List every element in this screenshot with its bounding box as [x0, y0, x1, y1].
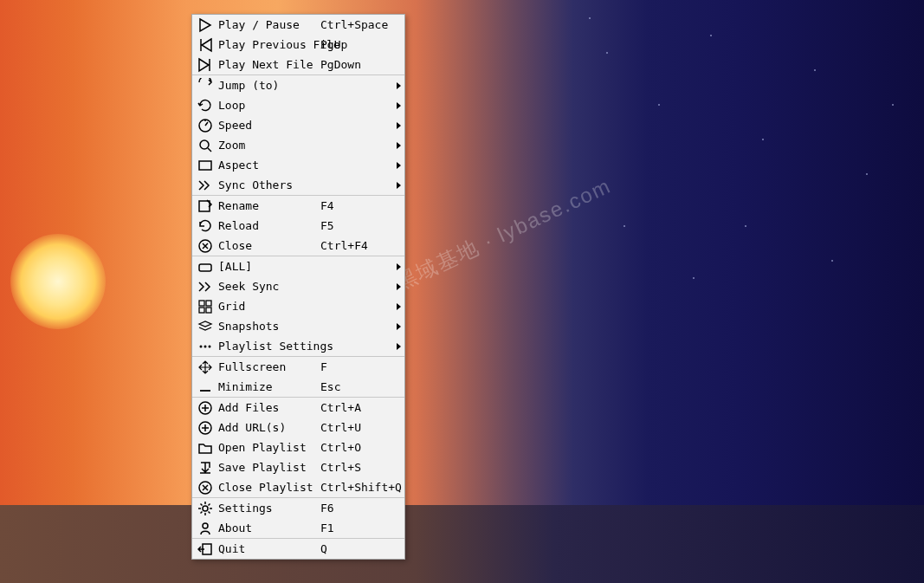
- menu-item-shortcut: Q: [320, 542, 399, 555]
- menu-item-save-playlist[interactable]: Save PlaylistCtrl+S: [192, 457, 404, 477]
- quit-icon: [196, 540, 215, 559]
- menu-item-label: Loop: [215, 99, 320, 112]
- menu-item-shortcut: Ctrl+S: [320, 461, 399, 474]
- menu-item-sync-others[interactable]: Sync Others: [192, 175, 404, 195]
- menu-item-close[interactable]: CloseCtrl+F4: [192, 236, 404, 256]
- menu-item-label: Sync Others: [215, 178, 320, 191]
- menu-item-add-files[interactable]: Add FilesCtrl+A: [192, 398, 404, 418]
- menu-item-shortcut: Ctrl+A: [320, 401, 399, 414]
- menu-item-label: Seek Sync: [215, 280, 320, 293]
- menu-item-fullscreen[interactable]: FullscreenF: [192, 357, 404, 377]
- submenu-arrow-icon: [397, 102, 401, 109]
- context-menu[interactable]: Play / PauseCtrl+SpacePlay Previous File…: [191, 14, 405, 560]
- menu-item-label: Play Previous File: [215, 38, 320, 51]
- close-playlist-icon: [196, 478, 215, 497]
- menu-item-label: Snapshots: [215, 320, 320, 333]
- menu-item-label: Grid: [215, 300, 320, 313]
- menu-item-loop[interactable]: Loop: [192, 95, 404, 115]
- speed-icon: [196, 116, 215, 135]
- menu-item-zoom[interactable]: Zoom: [192, 135, 404, 155]
- menu-item-close-playlist[interactable]: Close PlaylistCtrl+Shift+Q: [192, 477, 404, 497]
- menu-item-about[interactable]: AboutF1: [192, 518, 404, 538]
- submenu-arrow-icon: [397, 162, 401, 169]
- submenu-arrow-icon: [397, 303, 401, 310]
- menu-item-shortcut: Esc: [320, 380, 399, 393]
- stars-graphic: [0, 0, 924, 583]
- menu-item-label: About: [215, 521, 320, 534]
- menu-item-shortcut: Ctrl+O: [320, 441, 399, 454]
- submenu-arrow-icon: [397, 263, 401, 270]
- submenu-arrow-icon: [397, 82, 401, 89]
- about-icon: [196, 519, 215, 538]
- menu-item-label: Quit: [215, 542, 320, 555]
- menu-item-label: Play Next File: [215, 58, 320, 71]
- close-circle-icon: [196, 236, 215, 256]
- playlist-settings-icon: [196, 337, 215, 356]
- menu-item-shortcut: Ctrl+F4: [320, 239, 399, 252]
- reload-icon: [196, 217, 215, 236]
- zoom-icon: [196, 136, 215, 155]
- seek-sync-icon: [196, 277, 215, 296]
- menu-item-play-next-file[interactable]: Play Next FilePgDown: [192, 55, 404, 74]
- menu-item-shortcut: PgUp: [320, 38, 399, 51]
- menu-item-reload[interactable]: ReloadF5: [192, 216, 404, 236]
- menu-item-shortcut: F6: [320, 502, 399, 515]
- add-files-icon: [196, 398, 215, 418]
- menu-item-label: Save Playlist: [215, 461, 320, 474]
- menu-item-label: Playlist Settings: [215, 340, 320, 353]
- jump-icon: [196, 76, 215, 95]
- menu-item-snapshots[interactable]: Snapshots: [192, 316, 404, 336]
- menu-item-label: Zoom: [215, 139, 320, 152]
- menu-item-label: Rename: [215, 199, 320, 212]
- menu-item-shortcut: Ctrl+Space: [320, 18, 399, 31]
- menu-item-all[interactable]: [ALL]: [192, 256, 404, 276]
- menu-item-play-pause[interactable]: Play / PauseCtrl+Space: [192, 15, 404, 35]
- menu-item-add-url-s[interactable]: Add URL(s)Ctrl+U: [192, 418, 404, 437]
- open-playlist-icon: [196, 438, 215, 457]
- menu-item-label: Fullscreen: [215, 360, 320, 373]
- menu-item-settings[interactable]: SettingsF6: [192, 498, 404, 518]
- menu-item-label: Reload: [215, 219, 320, 232]
- menu-item-shortcut: Ctrl+Shift+Q: [320, 481, 402, 494]
- submenu-arrow-icon: [397, 142, 401, 149]
- menu-item-label: Settings: [215, 502, 320, 515]
- menu-item-seek-sync[interactable]: Seek Sync: [192, 276, 404, 296]
- menu-item-label: Jump (to): [215, 79, 320, 92]
- menu-item-aspect[interactable]: Aspect: [192, 155, 404, 175]
- submenu-arrow-icon: [397, 182, 401, 189]
- menu-item-label: Aspect: [215, 159, 320, 172]
- submenu-arrow-icon: [397, 343, 401, 350]
- submenu-arrow-icon: [397, 323, 401, 330]
- menu-item-play-previous-file[interactable]: Play Previous FilePgUp: [192, 35, 404, 55]
- menu-item-label: Speed: [215, 119, 320, 132]
- rename-icon: [196, 197, 215, 216]
- menu-item-shortcut: F5: [320, 219, 399, 232]
- menu-item-label: Add Files: [215, 401, 320, 414]
- aspect-icon: [196, 156, 215, 175]
- minimize-icon: [196, 378, 215, 397]
- menu-item-playlist-settings[interactable]: Playlist Settings: [192, 336, 404, 356]
- menu-item-minimize[interactable]: MinimizeEsc: [192, 377, 404, 397]
- menu-item-speed[interactable]: Speed: [192, 115, 404, 135]
- menu-item-label: Close Playlist: [215, 481, 320, 494]
- menu-item-shortcut: F4: [320, 199, 399, 212]
- menu-item-shortcut: F1: [320, 521, 399, 534]
- background-image: 记得收藏: 黑域基地 · lybase.com: [0, 0, 924, 583]
- submenu-arrow-icon: [397, 283, 401, 290]
- menu-item-jump-to[interactable]: Jump (to): [192, 75, 404, 95]
- menu-item-open-playlist[interactable]: Open PlaylistCtrl+O: [192, 437, 404, 457]
- menu-item-shortcut: Ctrl+U: [320, 421, 399, 434]
- prev-track-icon: [196, 36, 215, 55]
- add-url-icon: [196, 418, 215, 437]
- snapshots-icon: [196, 317, 215, 336]
- menu-item-shortcut: PgDown: [320, 58, 399, 71]
- menu-item-quit[interactable]: QuitQ: [192, 539, 404, 559]
- next-track-icon: [196, 55, 215, 74]
- menu-item-rename[interactable]: RenameF4: [192, 196, 404, 216]
- submenu-arrow-icon: [397, 122, 401, 129]
- menu-item-label: Close: [215, 239, 320, 252]
- menu-item-label: Minimize: [215, 380, 320, 393]
- menu-item-grid[interactable]: Grid: [192, 296, 404, 316]
- save-playlist-icon: [196, 458, 215, 477]
- menu-item-label: Play / Pause: [215, 18, 320, 31]
